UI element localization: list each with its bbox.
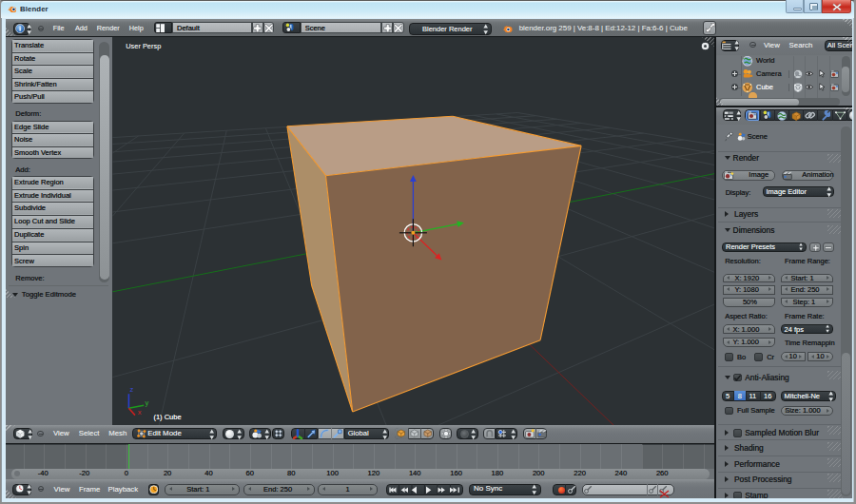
svg-text:z: z bbox=[129, 385, 133, 394]
svg-text:y: y bbox=[145, 398, 148, 407]
svg-text:x: x bbox=[137, 408, 141, 417]
